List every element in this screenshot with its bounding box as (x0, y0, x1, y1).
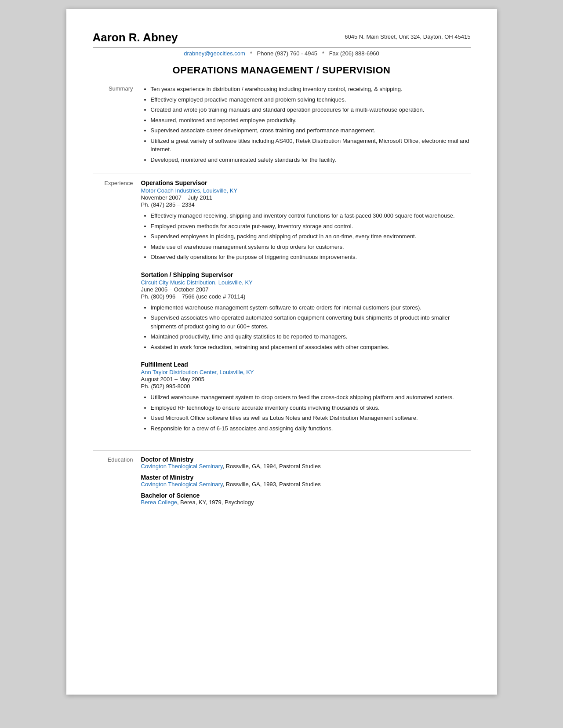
job-block-3: Fulfillment Lead Ann Taylor Distribution… (141, 361, 471, 433)
header-divider (93, 47, 471, 47)
edu-rest-3: , Berea, KY, 1979, Psychology (177, 499, 254, 506)
list-item: Developed, monitored and communicated sa… (151, 156, 471, 164)
dates-3: August 2001 – May 2005 (141, 376, 471, 382)
degree-1: Doctor of Ministry (141, 456, 471, 463)
separator1: * (250, 50, 252, 57)
list-item: Employed proven methods for accurate put… (151, 222, 471, 231)
list-item: Used Microsoft Office software titles as… (151, 414, 471, 422)
list-item: Utilized warehouse management system to … (151, 393, 471, 402)
edu-rest-1: , Rossville, GA, 1994, Pastoral Studies (222, 463, 320, 470)
list-item: Assisted in work force reduction, retrai… (151, 343, 471, 352)
job-title-1: Operations Supervisor (141, 179, 471, 186)
edu-rest-2: , Rossville, GA, 1993, Pastoral Studies (222, 481, 320, 488)
job-title-3: Fulfillment Lead (141, 361, 471, 368)
job-2-bullets: Implemented warehouse management system … (141, 303, 471, 352)
education-content: Doctor of Ministry Covington Theological… (141, 456, 471, 510)
edu-block-3: Bachelor of Science Berea College, Berea… (141, 492, 471, 506)
summary-content: Ten years experience in distribution / w… (141, 85, 471, 166)
list-item: Created and wrote job training manuals a… (151, 106, 471, 114)
dates-1: November 2007 – July 2011 (141, 194, 471, 201)
edu-detail-2: Covington Theological Seminary, Rossvill… (141, 481, 471, 488)
job-title-2: Sortation / Shipping Supervisor (141, 271, 471, 278)
applicant-address: 6045 N. Main Street, Unit 324, Dayton, O… (345, 31, 470, 40)
resume-page: Aaron R. Abney 6045 N. Main Street, Unit… (66, 9, 497, 695)
summary-section: Summary Ten years experience in distribu… (93, 85, 471, 166)
job-3-bullets: Utilized warehouse management system to … (141, 393, 471, 433)
school-link-2[interactable]: Covington Theological Seminary (141, 481, 223, 488)
list-item: Measured, monitored and reported employe… (151, 116, 471, 125)
list-item: Ten years experience in distribution / w… (151, 85, 471, 94)
phone-label: Phone (937) 760 - 4945 (257, 50, 317, 57)
list-item: Maintained productivity, time and qualit… (151, 332, 471, 341)
list-item: Utilized a great variety of software tit… (151, 137, 471, 154)
company-1: Motor Coach Industries, Louisville, KY (141, 187, 471, 194)
company-3: Ann Taylor Distribution Center, Louisvil… (141, 369, 471, 375)
job-1-bullets: Effectively managed receiving, shipping … (141, 211, 471, 262)
company-2: Circuit City Music Distribution, Louisvi… (141, 279, 471, 286)
experience-content: Operations Supervisor Motor Coach Indust… (141, 179, 471, 442)
dates-2: June 2005 – October 2007 (141, 286, 471, 293)
job-block-1: Operations Supervisor Motor Coach Indust… (141, 179, 471, 262)
school-link-1[interactable]: Covington Theological Seminary (141, 463, 223, 470)
section-divider (93, 174, 471, 174)
phone-3: Ph. (502) 995-8000 (141, 383, 471, 389)
main-title: OPERATIONS MANAGEMENT / SUPERVISION (93, 65, 471, 76)
header: Aaron R. Abney 6045 N. Main Street, Unit… (93, 31, 471, 44)
list-item: Supervised associates who operated autom… (151, 313, 471, 331)
degree-2: Master of Ministry (141, 474, 471, 481)
experience-section: Experience Operations Supervisor Motor C… (93, 179, 471, 442)
contact-line: drabney@geocities.com * Phone (937) 760 … (93, 50, 471, 57)
education-section: Education Doctor of Ministry Covington T… (93, 456, 471, 510)
list-item: Effectively employed proactive managemen… (151, 95, 471, 104)
job-block-2: Sortation / Shipping Supervisor Circuit … (141, 271, 471, 352)
degree-3: Bachelor of Science (141, 492, 471, 499)
list-item: Employed RF technology to ensure accurat… (151, 404, 471, 412)
education-label: Education (93, 456, 141, 510)
separator2: * (322, 50, 324, 57)
edu-detail-1: Covington Theological Seminary, Rossvill… (141, 463, 471, 470)
fax-label: Fax (206) 888-6960 (329, 50, 379, 57)
list-item: Supervised associate career development,… (151, 126, 471, 135)
list-item: Observed daily operations for the purpos… (151, 253, 471, 262)
edu-block-2: Master of Ministry Covington Theological… (141, 474, 471, 488)
applicant-name: Aaron R. Abney (93, 31, 178, 44)
section-divider-2 (93, 450, 471, 451)
phone-2: Ph. (800) 996 – 7566 (use code # 70114) (141, 293, 471, 300)
school-link-3[interactable]: Berea College (141, 499, 177, 506)
experience-label: Experience (93, 179, 141, 442)
list-item: Made use of warehouse management systems… (151, 243, 471, 251)
list-item: Supervised employees in picking, packing… (151, 232, 471, 241)
edu-detail-3: Berea College, Berea, KY, 1979, Psycholo… (141, 499, 471, 506)
edu-block-1: Doctor of Ministry Covington Theological… (141, 456, 471, 470)
summary-label: Summary (93, 85, 141, 166)
phone-1: Ph. (847) 285 – 2334 (141, 201, 471, 208)
list-item: Responsible for a crew of 6-15 associate… (151, 424, 471, 433)
list-item: Effectively managed receiving, shipping … (151, 211, 471, 220)
list-item: Implemented warehouse management system … (151, 303, 471, 312)
summary-list: Ten years experience in distribution / w… (141, 85, 471, 164)
email-link[interactable]: drabney@geocities.com (184, 50, 245, 57)
